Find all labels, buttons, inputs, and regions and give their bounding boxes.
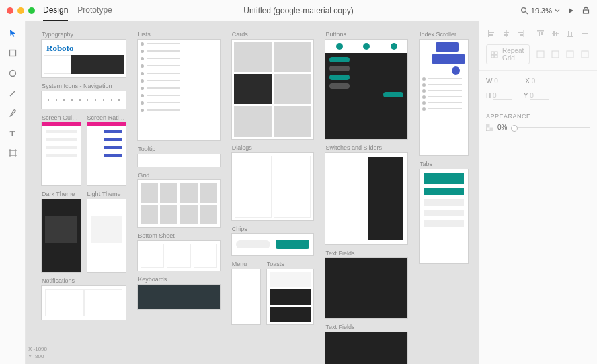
svg-rect-31 [552,51,559,58]
artboard-label-tooltip[interactable]: Tooltip [138,146,220,153]
artboard-label-lists[interactable]: Lists [138,31,220,38]
repeat-grid-icon [491,51,498,58]
svg-rect-27 [495,52,497,54]
exclude-icon[interactable] [580,49,590,60]
artboard-switches[interactable] [325,153,407,244]
artboard-label-tf[interactable]: Text Fields [325,250,407,257]
repeat-grid-button[interactable]: Repeat Grid [486,44,530,64]
artboard-label-notif[interactable]: Notifications [42,277,126,285]
svg-rect-8 [489,32,494,33]
svg-rect-15 [520,34,523,36]
pen-tool[interactable] [8,109,17,120]
artboard-notifications[interactable] [42,286,126,320]
artboard-chips[interactable] [232,234,314,255]
artboard-label-dialogs[interactable]: Dialogs [232,144,314,152]
artboard-label-tf2[interactable]: Text Fields [325,324,407,331]
tab-design[interactable]: Design [43,5,68,21]
artboard-sysicons[interactable] [42,91,126,109]
artboard-tabs[interactable] [420,169,468,263]
distribute-icon[interactable] [580,28,590,39]
svg-rect-21 [556,32,557,36]
align-center-h-icon[interactable] [501,28,512,39]
chevron-down-icon [555,8,560,13]
svg-point-0 [521,7,526,12]
artboard-label-grid[interactable]: Grid [138,172,220,179]
align-center-v-icon[interactable] [550,28,561,39]
align-left-icon[interactable] [486,28,497,39]
tab-prototype[interactable]: Prototype [77,5,112,21]
artboard-cards[interactable] [232,40,314,139]
artboard-label-typography[interactable]: Typography [42,31,126,38]
align-group-v [535,28,590,39]
align-top-icon[interactable] [535,28,546,39]
y-label: Y [524,92,528,99]
artboard-label-toasts[interactable]: Toasts [267,261,314,268]
close-window-button[interactable] [7,7,13,14]
artboard-light[interactable] [87,199,126,272]
artboard-label-chips[interactable]: Chips [232,226,314,233]
canvas[interactable]: Typography Roboto System Icons - Navigat… [26,21,479,364]
artboard-label-bottom[interactable]: Bottom Sheet [138,232,220,240]
opacity-value[interactable]: 0% [497,124,507,131]
artboard-screenratio[interactable] [87,122,126,185]
zoom-value: 19.3% [531,7,552,15]
artboard-label-light[interactable]: Light Theme [87,191,126,198]
y-value[interactable]: 0 [530,92,549,100]
zoom-window-button[interactable] [28,7,35,14]
artboard-label-screenratio[interactable]: Screen Rati… [87,114,126,122]
artboard-tool[interactable] [8,148,17,159]
svg-rect-14 [518,32,523,33]
width-value[interactable]: 0 [494,77,513,85]
artboard-screenguide[interactable] [42,122,81,185]
minimize-window-button[interactable] [17,7,24,14]
titlebar: Design Prototype Untitled (google-materi… [0,0,597,21]
intersect-icon[interactable] [565,49,575,60]
svg-point-4 [9,71,15,77]
artboard-label-index[interactable]: Index Scroller [420,31,468,38]
window-controls [7,7,35,14]
share-button[interactable] [582,6,590,15]
artboard-dialogs[interactable] [232,153,314,220]
artboard-textfields-2[interactable] [325,332,407,364]
add-icon[interactable] [535,49,546,60]
artboard-label-tabs[interactable]: Tabs [420,161,468,168]
height-value[interactable]: 0 [493,92,512,100]
artboard-label-cards[interactable]: Cards [232,31,314,38]
document-title: Untitled (google-material copy) [243,6,353,15]
opacity-slider[interactable] [511,127,590,128]
artboard-toasts[interactable] [267,269,314,324]
artboard-menu[interactable] [232,269,260,324]
artboard-label-menu[interactable]: Menu [232,261,260,268]
rectangle-tool[interactable] [8,48,17,59]
x-value[interactable]: 0 [532,77,551,85]
svg-rect-29 [495,55,497,58]
artboard-label-sysicons[interactable]: System Icons - Navigation [42,83,126,90]
artboard-textfields[interactable] [325,258,407,318]
ellipse-tool[interactable] [8,69,17,79]
svg-line-1 [526,12,528,14]
align-right-icon[interactable] [516,28,526,39]
artboard-typography[interactable]: Roboto [42,40,126,77]
artboard-label-switches[interactable]: Switches and Sliders [325,144,407,152]
artboard-dark[interactable] [42,199,81,272]
artboard-keyboards[interactable] [138,285,220,309]
align-bottom-icon[interactable] [565,28,575,39]
artboard-grid[interactable] [138,180,220,227]
artboard-bottomsheet[interactable] [138,241,220,271]
play-button[interactable] [567,7,575,15]
line-tool[interactable] [8,89,17,99]
artboard-buttons[interactable] [325,40,407,139]
artboard-label-buttons[interactable]: Buttons [325,31,407,38]
artboard-label-keyboards[interactable]: Keyboards [138,276,220,283]
text-tool[interactable]: T [9,129,15,139]
select-tool[interactable] [8,28,17,39]
artboard-indexscroller[interactable] [420,40,468,155]
subtract-icon[interactable] [550,49,561,60]
artboard-label-screenguide[interactable]: Screen Gui… [42,114,81,122]
artboard-label-dark[interactable]: Dark Theme [42,191,81,198]
artboard-tooltip[interactable] [138,154,220,167]
svg-rect-16 [537,30,544,32]
artboard-lists[interactable] [138,40,220,140]
opacity-icon [486,124,493,131]
zoom-control[interactable]: 19.3% [520,7,560,15]
